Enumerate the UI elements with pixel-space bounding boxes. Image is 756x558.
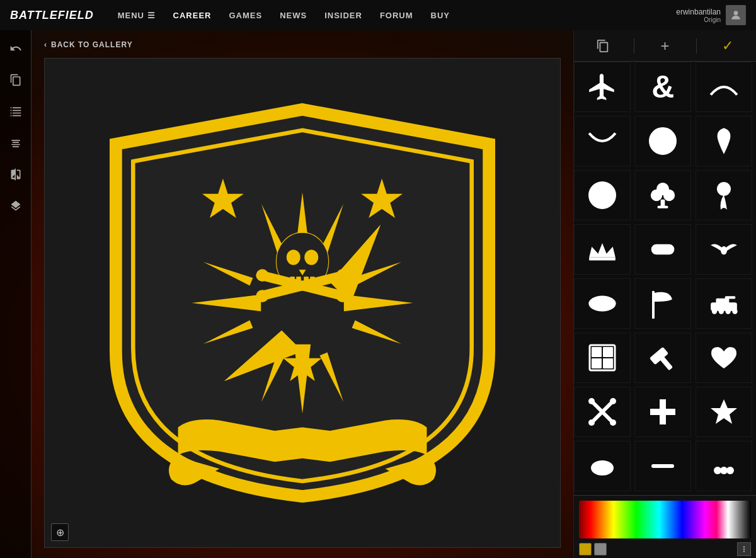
svg-point-0 [734, 11, 738, 15]
icon-ampersand[interactable]: & [634, 62, 691, 112]
color-swatches [579, 542, 751, 556]
svg-point-49 [663, 190, 675, 201]
svg-point-52 [717, 182, 731, 196]
svg-rect-53 [589, 258, 616, 261]
icons-grid: & [574, 62, 756, 495]
svg-rect-57 [652, 291, 655, 319]
svg-rect-54 [651, 244, 675, 255]
svg-point-76 [588, 398, 595, 404]
icon-hammer[interactable] [634, 333, 691, 383]
color-swatch-gray[interactable] [594, 543, 607, 555]
panel-confirm-tool[interactable]: ✓ [716, 35, 739, 57]
svg-point-62 [718, 309, 723, 314]
nav-menu-group: MENU ☰ CAREER GAMES NEWS INSIDER FORUM B… [109, 11, 459, 20]
panel-copy-tool[interactable] [592, 35, 614, 57]
nav-menu[interactable]: MENU ☰ [118, 11, 156, 20]
nav-username: erwinbantilan [676, 8, 721, 16]
svg-rect-79 [650, 409, 675, 415]
nav-username-container: erwinbantilan Origin [676, 8, 721, 23]
svg-point-30 [336, 290, 349, 302]
svg-point-46 [588, 181, 616, 209]
panel-toolbar: + ✓ [574, 30, 756, 62]
svg-point-74 [588, 419, 595, 426]
canvas-area: ‹ BACK TO GALLERY [32, 30, 573, 558]
icon-grid-box[interactable] [574, 333, 631, 383]
panel-divider2 [696, 38, 697, 54]
icon-club[interactable] [634, 170, 691, 220]
back-chevron-icon: ‹ [44, 40, 47, 49]
icon-star[interactable] [696, 387, 752, 437]
icon-feather[interactable] [696, 116, 752, 166]
right-panel: + ✓ & [573, 30, 756, 558]
svg-point-61 [711, 309, 716, 314]
canvas-frame: ⊕ [44, 58, 561, 548]
svg-point-64 [732, 309, 737, 314]
svg-point-48 [651, 190, 662, 201]
main-content: ‹ BACK TO GALLERY [0, 30, 756, 558]
undo-button[interactable] [5, 38, 26, 59]
svg-point-75 [610, 419, 616, 426]
nav-origin-label: Origin [676, 16, 721, 23]
color-gradient[interactable] [579, 501, 751, 538]
svg-rect-59 [716, 299, 729, 304]
svg-point-81 [591, 460, 614, 475]
left-toolbar [0, 30, 32, 558]
icon-cross[interactable] [634, 387, 691, 437]
nav-item-career[interactable]: CAREER [173, 11, 212, 20]
icon-extra-1[interactable] [574, 441, 631, 491]
svg-rect-69 [603, 358, 613, 368]
svg-point-21 [287, 250, 301, 265]
icon-crossbones[interactable] [574, 387, 631, 437]
icon-life-ring[interactable] [634, 116, 691, 166]
avatar[interactable] [726, 5, 746, 25]
svg-point-55 [721, 246, 727, 254]
icon-airplane[interactable] [574, 62, 631, 112]
align-button[interactable] [5, 132, 26, 154]
svg-point-41 [656, 135, 669, 147]
svg-point-22 [304, 250, 318, 265]
copy-button[interactable] [5, 69, 26, 91]
nav-item-games[interactable]: GAMES [229, 11, 262, 20]
navbar: BATTLEFIELD MENU ☰ CAREER GAMES NEWS INS… [0, 0, 756, 30]
svg-rect-68 [592, 358, 602, 368]
svg-point-32 [336, 269, 349, 282]
color-options-button[interactable] [737, 542, 751, 556]
brand-logo[interactable]: BATTLEFIELD [10, 9, 94, 22]
svg-point-29 [256, 290, 269, 302]
icon-tank[interactable] [696, 278, 752, 329]
svg-rect-60 [724, 296, 735, 299]
icon-extra-2[interactable] [634, 441, 691, 491]
emblem-image [88, 89, 517, 517]
icon-circle[interactable] [574, 170, 631, 220]
user-section: erwinbantilan Origin [676, 5, 746, 25]
back-to-gallery-link[interactable]: ‹ BACK TO GALLERY [44, 40, 561, 49]
icon-smile-down[interactable] [574, 116, 631, 166]
icon-eagle-wings[interactable] [696, 224, 752, 275]
icons-scroll-wrapper: & [574, 62, 756, 495]
panel-divider [634, 38, 634, 54]
color-swatch-gold[interactable] [579, 543, 592, 555]
svg-rect-51 [658, 206, 668, 208]
compare-button[interactable] [5, 164, 26, 185]
panel-add-tool[interactable]: + [654, 35, 677, 57]
nav-item-insider[interactable]: INSIDER [324, 11, 362, 20]
icon-arc[interactable] [696, 62, 752, 112]
stack-button[interactable] [5, 101, 26, 122]
icon-comma[interactable] [696, 170, 752, 220]
layers-button[interactable] [5, 195, 26, 217]
icon-crown[interactable] [574, 224, 631, 275]
svg-rect-66 [592, 347, 602, 357]
nav-item-forum[interactable]: FORUM [380, 11, 413, 20]
svg-rect-67 [603, 347, 613, 357]
icon-oval[interactable] [574, 278, 631, 329]
icon-extra-3[interactable] [696, 441, 752, 491]
icon-flag[interactable] [634, 278, 691, 329]
color-palette [574, 495, 756, 558]
nav-item-buy[interactable]: BUY [431, 11, 450, 20]
zoom-button[interactable]: ⊕ [51, 523, 69, 541]
nav-item-news[interactable]: NEWS [280, 11, 307, 20]
svg-marker-80 [711, 399, 737, 424]
svg-point-85 [726, 467, 734, 474]
icon-heart[interactable] [696, 333, 752, 383]
icon-capsule[interactable] [634, 224, 691, 275]
